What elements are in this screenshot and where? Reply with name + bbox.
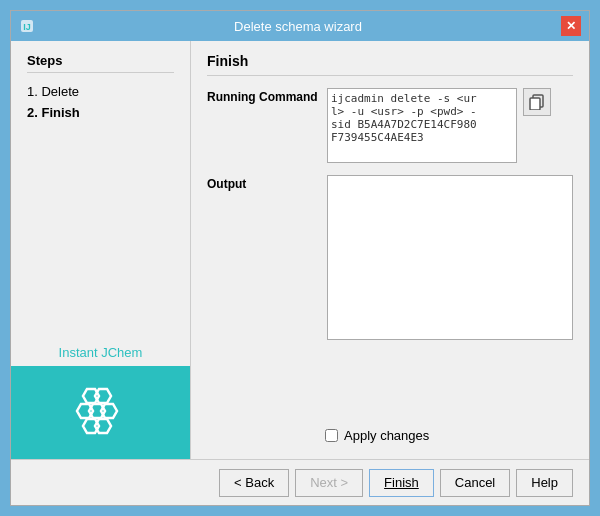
sidebar-brand: Instant JChem — [11, 339, 190, 459]
help-button[interactable]: Help — [516, 469, 573, 497]
finish-button[interactable]: Finish — [369, 469, 434, 497]
copy-button[interactable] — [523, 88, 551, 116]
next-button[interactable]: Next > — [295, 469, 363, 497]
copy-icon — [529, 94, 545, 110]
svg-rect-10 — [530, 98, 540, 110]
output-label: Output — [207, 175, 327, 191]
running-command-row: Running Command — [207, 88, 573, 163]
sidebar: Steps 1. Delete 2. Finish Instant JChem — [11, 41, 191, 459]
output-textarea[interactable] — [327, 175, 573, 340]
window-title: Delete schema wizard — [35, 19, 561, 34]
apply-changes-label[interactable]: Apply changes — [344, 428, 429, 443]
title-bar-icon: IJ — [19, 18, 35, 34]
svg-text:IJ: IJ — [23, 22, 31, 32]
svg-marker-6 — [101, 404, 117, 418]
command-textarea[interactable] — [327, 88, 517, 163]
steps-section: Steps 1. Delete 2. Finish — [11, 41, 190, 339]
wizard-window: IJ Delete schema wizard ✕ Steps 1. Delet… — [10, 10, 590, 506]
back-button[interactable]: < Back — [219, 469, 289, 497]
apply-changes-checkbox-area: Apply changes — [325, 428, 429, 443]
apply-changes-checkbox[interactable] — [325, 429, 338, 442]
step-delete: 1. Delete — [27, 81, 174, 102]
brand-name: Instant JChem — [11, 339, 190, 366]
close-button[interactable]: ✕ — [561, 16, 581, 36]
svg-marker-3 — [95, 389, 111, 403]
running-command-label: Running Command — [207, 88, 327, 104]
footer: < Back Next > Finish Cancel Help — [11, 459, 589, 505]
main-panel: Finish Running Command Output — [191, 41, 589, 459]
brand-logo-icon — [71, 383, 131, 443]
cancel-button[interactable]: Cancel — [440, 469, 510, 497]
apply-changes-row: Apply changes — [207, 428, 573, 443]
output-row: Output — [207, 175, 573, 420]
command-container — [327, 88, 573, 163]
step-finish: 2. Finish — [27, 102, 174, 123]
main-content: Steps 1. Delete 2. Finish Instant JChem — [11, 41, 589, 459]
steps-title: Steps — [27, 53, 174, 73]
brand-logo-area — [11, 366, 190, 459]
title-bar: IJ Delete schema wizard ✕ — [11, 11, 589, 41]
svg-marker-8 — [95, 419, 111, 433]
section-title: Finish — [207, 53, 573, 76]
